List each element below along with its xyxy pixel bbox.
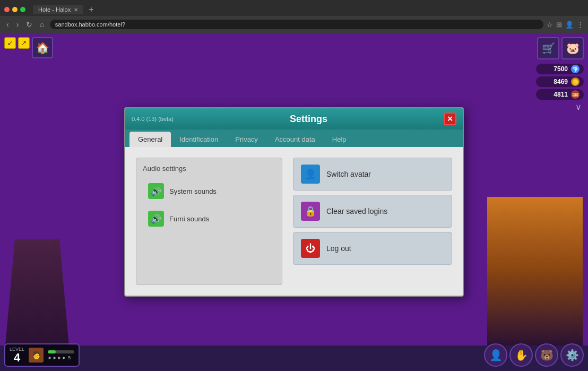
log-out-icon: ⏻ <box>301 239 320 258</box>
url-bar[interactable]: sandbox.habbo.com/hotel? <box>50 20 543 29</box>
tab-privacy[interactable]: Privacy <box>227 132 266 147</box>
game-background: ↙ ↗ 🏠 🛒 🐷 7500 💎 8469 🪙 4811 🎫 ∨ <box>0 33 588 371</box>
dialog-title: Settings <box>290 114 327 125</box>
browser-window-controls <box>4 7 25 12</box>
window-close-dot[interactable] <box>4 7 10 12</box>
browser-chrome: Hote - Halox ✕ + ‹ › ↻ ⌂ sandbox.habbo.c… <box>0 0 588 33</box>
system-sounds-icon: 🔊 <box>148 183 164 199</box>
nav-reload-button[interactable]: ↻ <box>24 19 34 30</box>
tab-general[interactable]: General <box>129 132 171 147</box>
clear-saved-logins-button[interactable]: 🔒 Clear saved logins <box>293 195 452 228</box>
audio-section: Audio settings 🔊 System sounds 🔊 Furni s… <box>136 158 282 285</box>
dialog-body: Audio settings 🔊 System sounds 🔊 Furni s… <box>125 147 463 296</box>
furni-sounds-icon: 🔊 <box>148 211 164 227</box>
tab-identification[interactable]: Identification <box>171 132 227 147</box>
system-sounds-button[interactable]: 🔊 System sounds <box>143 179 275 203</box>
browser-actions: ☆ ⊞ 👤 ⋮ <box>547 21 584 29</box>
dialog-version: 0.4.0 (13) (beta) <box>132 116 174 122</box>
extensions-icon[interactable]: ⊞ <box>556 21 562 29</box>
nav-forward-button[interactable]: › <box>14 19 21 30</box>
dialog-overlay: 0.4.0 (13) (beta) Settings ✕ General Ide… <box>0 33 588 371</box>
browser-tab[interactable]: Hote - Halox ✕ <box>33 5 83 14</box>
tab-title: Hote - Halox <box>38 6 71 13</box>
furni-sounds-button[interactable]: 🔊 Furni sounds <box>143 206 275 231</box>
dialog-titlebar: 0.4.0 (13) (beta) Settings ✕ <box>125 108 463 130</box>
clear-logins-icon: 🔒 <box>301 202 320 221</box>
account-icon[interactable]: 👤 <box>565 21 574 29</box>
nav-back-button[interactable]: ‹ <box>4 19 11 30</box>
clear-logins-label: Clear saved logins <box>326 207 387 215</box>
switch-avatar-label: Switch avatar <box>326 170 371 178</box>
log-out-label: Log out <box>326 244 351 253</box>
bookmark-icon[interactable]: ☆ <box>547 21 553 29</box>
menu-icon[interactable]: ⋮ <box>577 21 584 29</box>
furni-sounds-label: Furni sounds <box>169 215 209 223</box>
audio-section-title: Audio settings <box>143 165 275 172</box>
dialog-tabs: General Identification Privacy Account d… <box>125 130 463 147</box>
switch-avatar-icon: 👤 <box>301 165 320 184</box>
window-maximize-dot[interactable] <box>20 7 25 12</box>
system-sounds-label: System sounds <box>169 187 217 195</box>
tab-close-icon[interactable]: ✕ <box>74 7 78 13</box>
dialog-close-button[interactable]: ✕ <box>444 113 456 125</box>
settings-dialog: 0.4.0 (13) (beta) Settings ✕ General Ide… <box>124 107 464 297</box>
tab-account-data[interactable]: Account data <box>266 132 324 147</box>
browser-tab-bar: Hote - Halox ✕ + <box>0 0 588 16</box>
window-minimize-dot[interactable] <box>12 7 18 12</box>
nav-home-button[interactable]: ⌂ <box>38 19 46 30</box>
log-out-button[interactable]: ⏻ Log out <box>293 232 452 265</box>
url-text: sandbox.habbo.com/hotel? <box>55 21 125 28</box>
new-tab-button[interactable]: + <box>85 5 97 14</box>
tab-help[interactable]: Help <box>324 132 355 147</box>
browser-nav-bar: ‹ › ↻ ⌂ sandbox.habbo.com/hotel? ☆ ⊞ 👤 ⋮ <box>0 16 588 33</box>
actions-section: 👤 Switch avatar 🔒 Clear saved logins ⏻ L… <box>293 158 452 285</box>
switch-avatar-button[interactable]: 👤 Switch avatar <box>293 158 452 191</box>
